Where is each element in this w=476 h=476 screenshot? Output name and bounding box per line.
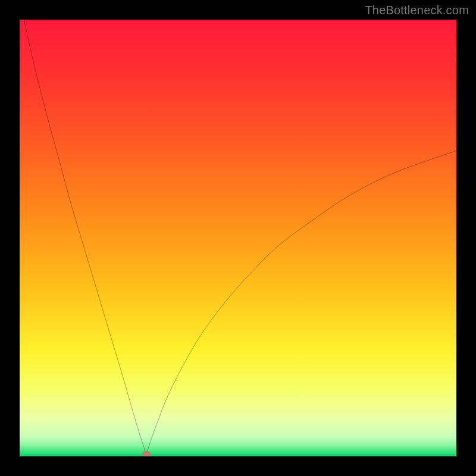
minimum-marker: [142, 451, 151, 456]
bottleneck-curve: [20, 20, 456, 456]
plot-area: [20, 20, 456, 456]
outer-frame: TheBottleneck.com: [0, 0, 476, 476]
watermark-text: TheBottleneck.com: [365, 4, 469, 17]
